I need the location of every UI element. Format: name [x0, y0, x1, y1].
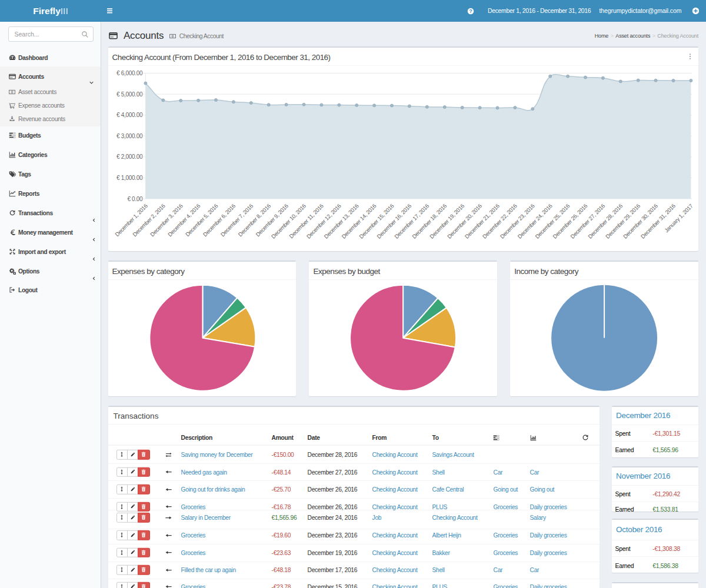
svg-text:€ 3,000.00: € 3,000.00	[116, 133, 143, 139]
svg-text:?: ?	[469, 8, 472, 14]
svg-text:€ 0.00: € 0.00	[127, 196, 143, 202]
svg-text:€ 1,000.00: € 1,000.00	[116, 175, 143, 181]
svg-text:€ 2,000.00: € 2,000.00	[116, 153, 143, 160]
svg-text:€ 4,000.00: € 4,000.00	[116, 112, 143, 118]
svg-text:€ 6,000.00: € 6,000.00	[116, 70, 143, 76]
svg-text:€ 5,000.00: € 5,000.00	[116, 91, 143, 98]
